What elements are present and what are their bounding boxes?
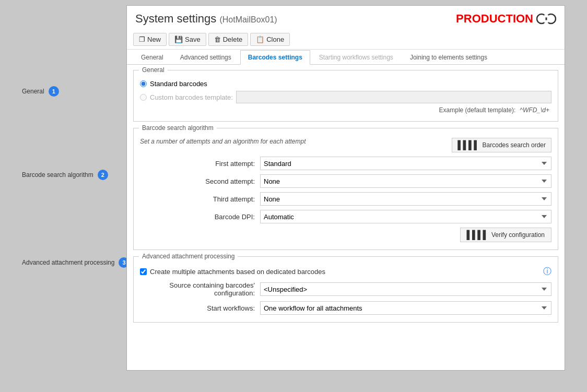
clone-button[interactable]: 📋 Clone bbox=[250, 33, 290, 46]
example-row: Example (default template): ^WFD_\d+ bbox=[140, 106, 551, 114]
verify-configuration-button[interactable]: ▌▌▌▌ Verify configuration bbox=[460, 228, 551, 242]
toolbar: ❐ New 💾 Save 🗑 Delete 📋 Clone bbox=[127, 30, 565, 50]
new-icon: ❐ bbox=[139, 35, 145, 43]
tab-general[interactable]: General bbox=[133, 50, 171, 65]
third-attempt-select[interactable]: None Standard Enhanced Aggressive bbox=[260, 192, 551, 206]
delete-button[interactable]: 🗑 Delete bbox=[208, 33, 249, 46]
tabs-bar: General Advanced settings Barcodes setti… bbox=[127, 50, 565, 65]
subtitle: (HotMailBox01) bbox=[219, 15, 277, 24]
general-section: General Standard barcodes Custom barcode… bbox=[133, 70, 558, 122]
tab-starting-workflows: Starting workflows settings bbox=[311, 50, 401, 65]
new-button[interactable]: ❐ New bbox=[133, 33, 167, 46]
source-barcodes-label: Source containing barcodes' configuratio… bbox=[140, 281, 255, 297]
tab-joining-elements[interactable]: Joining to elements settings bbox=[402, 50, 495, 65]
label-general: General 1 bbox=[22, 86, 126, 97]
first-attempt-row: First attempt: Standard None Enhanced Ag… bbox=[140, 157, 551, 170]
info-icon[interactable]: ⓘ bbox=[543, 266, 551, 277]
general-section-title: General bbox=[139, 66, 168, 74]
barcode-dpi-row: Barcode DPI: Automatic 72 96 150 200 300 bbox=[140, 210, 551, 223]
first-attempt-select[interactable]: Standard None Enhanced Aggressive bbox=[260, 157, 551, 170]
custom-template-input[interactable] bbox=[236, 91, 551, 103]
algo-header: Set a number of attempts and an algorith… bbox=[140, 138, 551, 152]
verify-row: ▌▌▌▌ Verify configuration bbox=[140, 228, 551, 242]
delete-icon: 🗑 bbox=[214, 35, 221, 43]
source-barcodes-select[interactable]: <Unspecified> bbox=[260, 282, 551, 296]
barcodes-search-order-button[interactable]: ▌▌▌▌ Barcodes search order bbox=[452, 138, 551, 152]
first-attempt-label: First attempt: bbox=[140, 160, 255, 168]
standard-barcodes-label[interactable]: Standard barcodes bbox=[150, 80, 207, 88]
main-panel: System settings (HotMailBox01) PRODUCTIO… bbox=[126, 5, 565, 371]
second-attempt-row: Second attempt: None Standard Enhanced A… bbox=[140, 174, 551, 188]
tab-advanced-settings[interactable]: Advanced settings bbox=[172, 50, 239, 65]
advanced-attachment-title: Advanced attachment processing bbox=[139, 253, 238, 260]
start-workflows-select[interactable]: One workflow for all attachments One wor… bbox=[260, 301, 551, 315]
custom-barcodes-radio[interactable] bbox=[140, 94, 147, 101]
start-workflows-label: Start workflows: bbox=[140, 304, 255, 312]
barcode-dpi-label: Barcode DPI: bbox=[140, 213, 255, 221]
example-label: Example (default template): bbox=[439, 106, 516, 114]
tab-barcodes-settings[interactable]: Barcodes settings bbox=[240, 50, 310, 65]
production-icon bbox=[536, 12, 556, 26]
create-multiple-checkbox[interactable] bbox=[140, 268, 147, 275]
save-button[interactable]: 💾 Save bbox=[169, 33, 206, 46]
advanced-attachment-section: Advanced attachment processing Create mu… bbox=[133, 256, 558, 323]
verify-icon: ▌▌▌▌ bbox=[467, 230, 488, 240]
barcode-algorithm-title: Barcode search algorithm bbox=[139, 124, 217, 132]
custom-barcodes-option: Custom barcodes template: bbox=[140, 91, 551, 103]
title-area: System settings (HotMailBox01) bbox=[135, 12, 277, 26]
label-barcode: Barcode search algorithm 2 bbox=[22, 170, 126, 180]
production-badge: PRODUCTION bbox=[456, 12, 556, 26]
standard-barcodes-option: Standard barcodes bbox=[140, 80, 551, 88]
content-area: General Standard barcodes Custom barcode… bbox=[127, 65, 565, 334]
third-attempt-row: Third attempt: None Standard Enhanced Ag… bbox=[140, 192, 551, 206]
second-attempt-label: Second attempt: bbox=[140, 177, 255, 185]
section-labels: General 1 Barcode search algorithm 2 Adv… bbox=[22, 5, 126, 268]
third-attempt-label: Third attempt: bbox=[140, 195, 255, 203]
barcode-algorithm-section: Barcode search algorithm Set a number of… bbox=[133, 128, 558, 250]
badge-general: 1 bbox=[49, 86, 59, 97]
source-barcodes-row: Source containing barcodes' configuratio… bbox=[140, 281, 551, 297]
page-title: System settings (HotMailBox01) bbox=[135, 12, 277, 25]
barcode-dpi-select[interactable]: Automatic 72 96 150 200 300 bbox=[260, 210, 551, 223]
label-advanced: Advanced attachment processing 3 bbox=[22, 257, 126, 268]
create-multiple-label[interactable]: Create multiple attachments based on ded… bbox=[140, 268, 325, 276]
header: System settings (HotMailBox01) PRODUCTIO… bbox=[127, 6, 565, 30]
barcode-type-group: Standard barcodes Custom barcodes templa… bbox=[140, 80, 551, 114]
barcode-search-order-icon: ▌▌▌▌ bbox=[457, 140, 479, 150]
start-workflows-row: Start workflows: One workflow for all at… bbox=[140, 301, 551, 315]
create-multiple-row: Create multiple attachments based on ded… bbox=[140, 266, 551, 277]
second-attempt-select[interactable]: None Standard Enhanced Aggressive bbox=[260, 174, 551, 188]
clone-icon: 📋 bbox=[256, 35, 264, 43]
standard-barcodes-radio[interactable] bbox=[140, 80, 147, 87]
badge-barcode: 2 bbox=[98, 170, 108, 180]
example-value: ^WFD_\d+ bbox=[520, 106, 549, 114]
production-label: PRODUCTION bbox=[456, 12, 533, 26]
custom-barcodes-label: Custom barcodes template: bbox=[150, 93, 233, 101]
save-icon: 💾 bbox=[174, 35, 183, 43]
algo-description: Set a number of attempts and an algorith… bbox=[140, 138, 306, 145]
